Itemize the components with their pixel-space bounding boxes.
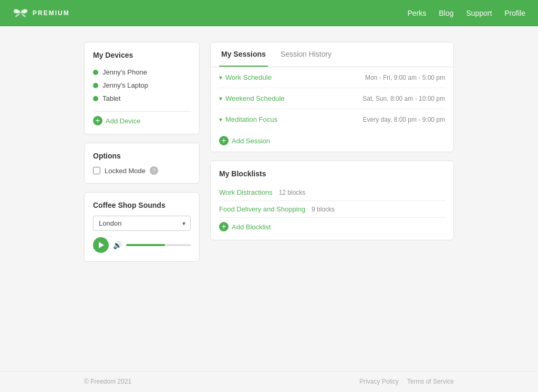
session-item-left: ▾ Meditation Focus xyxy=(219,115,277,123)
add-device-label: Add Device xyxy=(106,117,140,125)
chevron-icon: ▾ xyxy=(219,116,222,123)
chevron-icon: ▾ xyxy=(219,95,222,102)
volume-icon: 🔊 xyxy=(113,241,122,249)
coffee-title: Coffee Shop Sounds xyxy=(93,201,191,209)
session-name[interactable]: Weekend Schedule xyxy=(225,94,285,102)
device-list: Jenny's Phone Jenny's Laptop Tablet xyxy=(93,66,191,105)
devices-card: My Devices Jenny's Phone Jenny's Laptop … xyxy=(84,42,200,134)
right-column: My Sessions Session History ▾ Work Sched… xyxy=(210,42,454,355)
nav-profile[interactable]: Profile xyxy=(504,9,525,17)
blocklist-name[interactable]: Food Delivery and Shopping xyxy=(219,205,305,213)
tab-session-history[interactable]: Session History xyxy=(278,43,334,67)
options-title: Options xyxy=(93,152,191,160)
add-session-button[interactable]: + Add Session xyxy=(219,136,270,145)
blocklists-card: My Blocklists Work Distractions 12 block… xyxy=(210,161,454,240)
divider xyxy=(93,111,191,112)
nav-perks[interactable]: Perks xyxy=(407,9,426,17)
nav-blog[interactable]: Blog xyxy=(439,9,453,17)
session-time: Every day, 8:00 pm - 9:00 pm xyxy=(363,116,445,123)
play-button[interactable] xyxy=(93,237,109,253)
session-name[interactable]: Meditation Focus xyxy=(225,115,277,123)
blocklist-item: Work Distractions 12 blocks xyxy=(219,184,445,201)
session-time: Sat, Sun, 8:00 am - 10:00 pm xyxy=(363,95,445,102)
logo: PREMIUM xyxy=(13,7,70,19)
session-item: ▾ Weekend Schedule Sat, Sun, 8:00 am - 1… xyxy=(219,88,445,109)
device-status-dot xyxy=(93,83,98,88)
devices-title: My Devices xyxy=(93,51,191,59)
privacy-policy-link[interactable]: Privacy Policy xyxy=(359,378,399,385)
session-list: ▾ Work Schedule Mon - Fri, 9:00 am - 5:0… xyxy=(211,67,453,130)
blocklists-title: My Blocklists xyxy=(219,169,445,178)
locked-mode-checkbox[interactable] xyxy=(93,167,100,174)
blocklist-count: 9 blocks xyxy=(312,206,335,213)
header-nav: Perks Blog Support Profile xyxy=(407,9,525,17)
volume-slider[interactable] xyxy=(126,244,191,246)
header: PREMIUM Perks Blog Support Profile xyxy=(0,0,538,26)
left-column: My Devices Jenny's Phone Jenny's Laptop … xyxy=(84,42,200,355)
chevron-icon: ▾ xyxy=(219,74,222,81)
copyright: © Freedom 2021 xyxy=(84,378,131,385)
audio-controls: 🔊 xyxy=(93,237,191,253)
add-device-button[interactable]: + Add Device xyxy=(93,116,140,125)
coffee-select[interactable]: London Paris New York Tokyo xyxy=(93,216,191,231)
session-item-left: ▾ Weekend Schedule xyxy=(219,94,285,102)
main-content: My Devices Jenny's Phone Jenny's Laptop … xyxy=(0,26,538,371)
session-item-left: ▾ Work Schedule xyxy=(219,73,272,81)
device-status-dot xyxy=(93,70,98,75)
session-name[interactable]: Work Schedule xyxy=(225,73,272,81)
device-item: Jenny's Phone xyxy=(93,66,191,79)
butterfly-icon xyxy=(13,7,28,19)
coffee-select-wrapper: London Paris New York Tokyo ▾ xyxy=(93,216,191,231)
device-name: Tablet xyxy=(102,94,121,102)
volume-fill xyxy=(126,244,165,246)
add-session-icon: + xyxy=(219,136,229,145)
locked-mode-row: Locked Mode ? xyxy=(93,166,191,175)
blocklist-item: Food Delivery and Shopping 9 blocks xyxy=(219,201,445,218)
session-item: ▾ Meditation Focus Every day, 8:00 pm - … xyxy=(219,109,445,130)
device-name: Jenny's Laptop xyxy=(102,81,148,89)
sessions-tabs: My Sessions Session History xyxy=(211,43,453,67)
add-blocklist-button[interactable]: + Add Blocklist xyxy=(219,222,271,231)
footer: © Freedom 2021 Privacy Policy Terms of S… xyxy=(0,371,538,391)
blocklist-add-row: + Add Blocklist xyxy=(219,218,445,231)
tab-my-sessions[interactable]: My Sessions xyxy=(219,43,268,67)
blocklist-name[interactable]: Work Distractions xyxy=(219,188,273,196)
add-device-icon: + xyxy=(93,116,102,125)
session-add-row: + Add Session xyxy=(211,130,453,152)
locked-mode-label: Locked Mode xyxy=(105,167,146,175)
options-card: Options Locked Mode ? xyxy=(84,143,200,184)
help-icon[interactable]: ? xyxy=(150,166,158,175)
session-item: ▾ Work Schedule Mon - Fri, 9:00 am - 5:0… xyxy=(219,67,445,88)
device-name: Jenny's Phone xyxy=(102,68,147,76)
device-status-dot xyxy=(93,96,98,101)
device-item: Tablet xyxy=(93,92,191,105)
blocklist-count: 12 blocks xyxy=(279,189,306,196)
add-blocklist-icon: + xyxy=(219,222,229,231)
nav-support[interactable]: Support xyxy=(466,9,492,17)
add-session-label: Add Session xyxy=(232,137,270,145)
brand-text: PREMIUM xyxy=(33,9,70,17)
play-icon xyxy=(99,242,104,248)
session-time: Mon - Fri, 9:00 am - 5:00 pm xyxy=(365,74,445,81)
device-item: Jenny's Laptop xyxy=(93,79,191,92)
footer-links: Privacy Policy Terms of Service xyxy=(359,378,454,385)
terms-of-service-link[interactable]: Terms of Service xyxy=(407,378,454,385)
coffee-sounds-card: Coffee Shop Sounds London Paris New York… xyxy=(84,192,200,262)
sessions-card: My Sessions Session History ▾ Work Sched… xyxy=(210,42,454,152)
add-blocklist-label: Add Blocklist xyxy=(232,223,271,231)
